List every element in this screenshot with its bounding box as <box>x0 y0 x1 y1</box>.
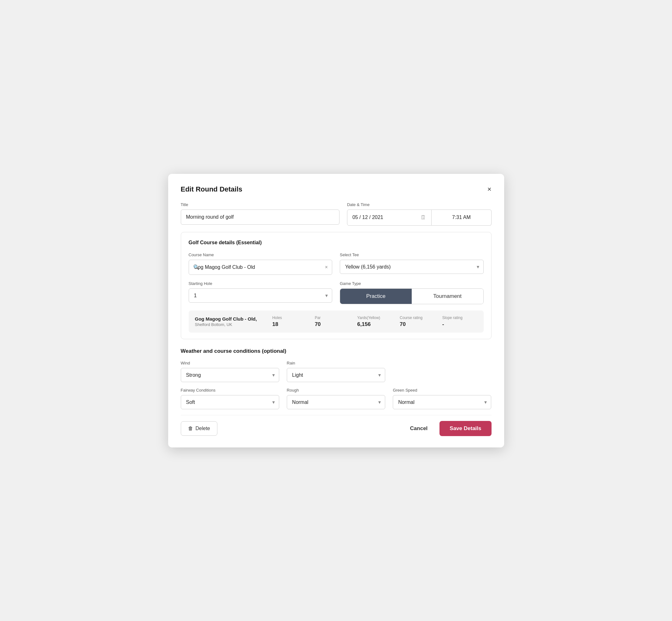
slope-rating-value: - <box>442 321 477 328</box>
fairway-dropdown[interactable]: Dry Normal Soft Wet <box>181 395 279 409</box>
date-value: 05 / 12 / 2021 <box>352 215 383 220</box>
course-name-input[interactable] <box>189 260 333 275</box>
footer-row: 🗑 Delete Cancel Save Details <box>181 415 492 436</box>
fairway-group: Fairway Conditions Dry Normal Soft Wet ▾ <box>181 388 279 409</box>
course-tee-row: Course Name 🔍 × Select Tee Yellow (6,156… <box>189 252 484 275</box>
practice-button[interactable]: Practice <box>340 289 412 304</box>
course-name-display: Gog Magog Golf Club - Old, <box>195 316 265 322</box>
hole-gametype-row: Starting Hole 1 2 10 ▾ Game Type Practic… <box>189 281 484 304</box>
course-section: Golf Course details (Essential) Course N… <box>181 232 492 339</box>
rain-group: Rain None Light Moderate Heavy ▾ <box>287 361 385 382</box>
delete-button[interactable]: 🗑 Delete <box>181 421 217 436</box>
title-datetime-row: Title Date & Time 05 / 12 / 2021 🗓 7:31 … <box>181 202 492 225</box>
starting-hole-wrap: 1 2 10 ▾ <box>189 288 333 303</box>
green-speed-label: Green Speed <box>393 388 491 392</box>
par-stat: Par 70 <box>315 316 350 328</box>
wind-rain-row: Wind Calm Light Moderate Strong ▾ Rain N… <box>181 361 492 382</box>
game-type-toggle: Practice Tournament <box>340 288 484 304</box>
wind-label: Wind <box>181 361 279 365</box>
rough-wrap: Short Normal Long ▾ <box>287 395 385 409</box>
delete-label: Delete <box>196 426 210 431</box>
title-input[interactable] <box>181 210 339 225</box>
title-group: Title <box>181 202 339 225</box>
date-time-row: 05 / 12 / 2021 🗓 7:31 AM <box>347 210 492 225</box>
modal-header: Edit Round Details × <box>181 185 492 194</box>
cancel-button[interactable]: Cancel <box>405 421 433 436</box>
weather-section: Weather and course conditions (optional)… <box>181 348 492 409</box>
course-location: Shelford Bottom, UK <box>195 322 265 327</box>
holes-label: Holes <box>272 316 307 320</box>
par-label: Par <box>315 316 350 320</box>
wind-dropdown[interactable]: Calm Light Moderate Strong <box>181 368 279 382</box>
course-rating-stat: Course rating 70 <box>400 316 435 328</box>
title-label: Title <box>181 202 339 207</box>
game-type-label: Game Type <box>340 281 484 286</box>
yards-label: Yards(Yellow) <box>357 316 392 320</box>
rough-dropdown[interactable]: Short Normal Long <box>287 395 385 409</box>
rain-dropdown[interactable]: None Light Moderate Heavy <box>287 368 385 382</box>
close-button[interactable]: × <box>488 186 492 193</box>
select-tee-group: Select Tee Yellow (6,156 yards) White (6… <box>340 252 484 275</box>
time-value: 7:31 AM <box>452 215 471 220</box>
course-name-label: Course Name <box>189 252 333 257</box>
course-rating-value: 70 <box>400 321 435 328</box>
fairway-label: Fairway Conditions <box>181 388 279 392</box>
holes-value: 18 <box>272 321 307 328</box>
trash-icon: 🗑 <box>188 426 193 431</box>
green-speed-wrap: Slow Normal Fast ▾ <box>393 395 491 409</box>
clear-icon[interactable]: × <box>325 264 328 270</box>
modal-title: Edit Round Details <box>181 185 243 194</box>
save-button[interactable]: Save Details <box>439 421 491 436</box>
edit-round-modal: Edit Round Details × Title Date & Time 0… <box>168 174 504 448</box>
green-speed-dropdown[interactable]: Slow Normal Fast <box>393 395 491 409</box>
select-tee-wrap: Yellow (6,156 yards) White (6,500 yards)… <box>340 260 484 274</box>
spacer <box>393 361 491 382</box>
course-info-row: Gog Magog Golf Club - Old, Shelford Bott… <box>189 310 484 333</box>
slope-rating-label: Slope rating <box>442 316 477 320</box>
tournament-button[interactable]: Tournament <box>412 289 483 304</box>
weather-section-title: Weather and course conditions (optional) <box>181 348 492 355</box>
calendar-icon: 🗓 <box>421 214 426 221</box>
footer-right: Cancel Save Details <box>405 421 492 436</box>
wind-wrap: Calm Light Moderate Strong ▾ <box>181 368 279 382</box>
yards-value: 6,156 <box>357 321 392 328</box>
par-value: 70 <box>315 321 350 328</box>
date-box[interactable]: 05 / 12 / 2021 🗓 <box>347 210 432 225</box>
search-icon: 🔍 <box>193 264 199 270</box>
datetime-group: Date & Time 05 / 12 / 2021 🗓 7:31 AM <box>347 202 492 225</box>
course-search-wrap: 🔍 × <box>189 260 333 275</box>
wind-group: Wind Calm Light Moderate Strong ▾ <box>181 361 279 382</box>
rough-label: Rough <box>287 388 385 392</box>
fairway-rough-green-row: Fairway Conditions Dry Normal Soft Wet ▾… <box>181 388 492 409</box>
yards-stat: Yards(Yellow) 6,156 <box>357 316 392 328</box>
course-rating-label: Course rating <box>400 316 435 320</box>
course-section-title: Golf Course details (Essential) <box>189 240 484 246</box>
green-speed-group: Green Speed Slow Normal Fast ▾ <box>393 388 491 409</box>
rain-label: Rain <box>287 361 385 365</box>
rough-group: Rough Short Normal Long ▾ <box>287 388 385 409</box>
select-tee-dropdown[interactable]: Yellow (6,156 yards) White (6,500 yards) <box>340 260 484 274</box>
course-name-group: Course Name 🔍 × <box>189 252 333 275</box>
starting-hole-label: Starting Hole <box>189 281 333 286</box>
game-type-group: Game Type Practice Tournament <box>340 281 484 304</box>
slope-rating-stat: Slope rating - <box>442 316 477 328</box>
fairway-wrap: Dry Normal Soft Wet ▾ <box>181 395 279 409</box>
course-info-name: Gog Magog Golf Club - Old, Shelford Bott… <box>195 316 265 327</box>
starting-hole-group: Starting Hole 1 2 10 ▾ <box>189 281 333 304</box>
select-tee-label: Select Tee <box>340 252 484 257</box>
datetime-label: Date & Time <box>347 202 492 207</box>
starting-hole-dropdown[interactable]: 1 2 10 <box>189 288 333 303</box>
time-box[interactable]: 7:31 AM <box>432 210 491 225</box>
holes-stat: Holes 18 <box>272 316 307 328</box>
rain-wrap: None Light Moderate Heavy ▾ <box>287 368 385 382</box>
